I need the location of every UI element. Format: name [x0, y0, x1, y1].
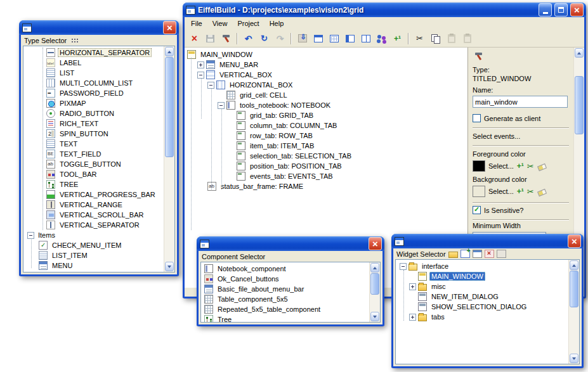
new-folder-icon[interactable] — [448, 252, 458, 258]
scroll-down-button[interactable] — [570, 354, 578, 363]
is-sensitive-checkbox[interactable] — [473, 206, 481, 214]
tree-item-grid-tab[interactable]: grid_tab: GRID_TAB — [185, 110, 467, 120]
scrollbar-thumb[interactable] — [570, 271, 578, 307]
menu-view[interactable]: View — [207, 18, 233, 29]
paste-contents-button[interactable] — [460, 32, 474, 46]
name-input[interactable] — [473, 96, 568, 108]
tree-item-tools-notebook[interactable]: tools_notebook: NOTEBOOK — [185, 100, 467, 110]
expander-icon[interactable] — [400, 263, 407, 270]
widget-item-show-selection-dialog[interactable]: SHOW_SELECTION_DIALOG — [396, 302, 568, 312]
titlebar[interactable] — [197, 236, 384, 251]
type-item-text-field[interactable]: TEXT_FIELD — [23, 149, 164, 159]
type-item-pixmap[interactable]: PIXMAP — [23, 98, 164, 108]
menu-help[interactable]: Help — [265, 18, 289, 29]
expander-icon[interactable] — [27, 232, 34, 239]
menu-file[interactable]: File — [186, 18, 207, 29]
foreground-cut-icon[interactable] — [527, 162, 534, 171]
grid-view-button[interactable] — [327, 32, 341, 46]
component-scrollbar[interactable] — [369, 262, 380, 322]
column-view-button[interactable] — [343, 32, 357, 46]
tree-item-selection-tab[interactable]: selection_tab: SELECTION_TAB — [185, 151, 467, 161]
background-cut-icon[interactable] — [527, 187, 534, 196]
build-button[interactable] — [219, 32, 233, 46]
type-item-horizontal-separator[interactable]: HORIZONTAL_SEPARATOR — [23, 48, 164, 58]
type-item-password-field[interactable]: PASSWORD_FIELD — [23, 88, 164, 98]
type-item-radio-button[interactable]: RADIO_BUTTON — [23, 108, 164, 119]
widget-item-main-window[interactable]: MAIN_WINDOW — [396, 271, 568, 281]
undo-button[interactable] — [241, 32, 256, 46]
tree-item-menu-bar[interactable]: MENU_BAR — [185, 60, 467, 70]
component-item-ok-cancel[interactable]: Ok_Cancel_buttons — [201, 274, 369, 284]
redo-button[interactable] — [257, 32, 271, 46]
type-item-list[interactable]: LIST — [23, 68, 164, 78]
type-scrollbar[interactable] — [164, 46, 174, 272]
expander-icon[interactable] — [197, 72, 204, 79]
titlebar[interactable] — [391, 234, 584, 248]
add-button[interactable] — [390, 32, 405, 46]
maximize-button[interactable] — [554, 3, 568, 16]
tree-item-main-window[interactable]: MAIN_WINDOW — [185, 49, 467, 60]
minimize-button[interactable] — [539, 3, 552, 16]
type-item-check-menu-item[interactable]: CHECK_MENU_ITEM — [23, 240, 164, 250]
scrollbar-track[interactable] — [370, 273, 379, 311]
expander-icon[interactable] — [197, 61, 204, 68]
type-item-label[interactable]: LABEL — [23, 58, 164, 68]
scroll-up-button[interactable] — [165, 47, 174, 56]
tree-item-column-tab[interactable]: column_tab: COLUMN_TAB — [185, 120, 467, 131]
foreground-add-icon[interactable] — [517, 162, 524, 170]
scrollbar-thumb[interactable] — [575, 76, 584, 134]
scrollbar-thumb[interactable] — [165, 57, 174, 157]
type-item-spin-button[interactable]: SPIN_BUTTON — [23, 129, 164, 139]
background-select-button[interactable]: Select... — [488, 188, 514, 195]
generate-as-client-checkbox[interactable] — [473, 114, 481, 122]
expander-icon[interactable] — [409, 283, 416, 290]
expander-icon[interactable] — [207, 82, 214, 89]
widget-item-misc[interactable]: misc — [396, 281, 568, 292]
delete-icon[interactable] — [485, 250, 494, 258]
scrollbar-thumb[interactable] — [370, 273, 379, 295]
scroll-up-button[interactable] — [370, 263, 379, 273]
background-swatch[interactable] — [473, 186, 485, 197]
type-item-toggle-button[interactable]: TOGGLE_BUTTON — [23, 159, 164, 169]
component-item-notebook[interactable]: Notebook_component — [201, 264, 369, 274]
menu-project[interactable]: Project — [232, 18, 264, 29]
type-item-vertical-range[interactable]: VERTICAL_RANGE — [23, 200, 164, 210]
widget-item-tabs[interactable]: tabs — [396, 312, 568, 322]
type-item-list-item[interactable]: LIST_ITEM — [23, 250, 164, 260]
type-item-vertical-progress-bar[interactable]: VERTICAL_PROGRESS_BAR — [23, 189, 164, 200]
scroll-up-button[interactable] — [570, 260, 578, 270]
component-item-tree[interactable]: Tree — [201, 314, 369, 322]
component-item-menu-bar[interactable]: Basic_file_about_menu_bar — [201, 284, 369, 294]
type-item-menu[interactable]: MENU — [23, 260, 164, 271]
close-button[interactable] — [570, 3, 584, 16]
titlebar[interactable] — [19, 20, 179, 35]
paste-button[interactable] — [444, 32, 459, 46]
type-item-text[interactable]: TEXT — [23, 139, 164, 149]
widget-item-interface[interactable]: interface — [396, 261, 568, 271]
type-item-vertical-separator[interactable]: VERTICAL_SEPARATOR — [23, 220, 164, 230]
tree-item-horizontal-box[interactable]: HORIZONTAL_BOX — [185, 80, 467, 90]
expander-icon[interactable] — [218, 102, 225, 109]
foreground-select-button[interactable]: Select... — [488, 162, 514, 170]
tree-item-vertical-box[interactable]: VERTICAL_BOX — [185, 70, 467, 80]
drag-handle-icon[interactable] — [71, 38, 79, 43]
scroll-down-button[interactable] — [370, 312, 379, 321]
select-events-button[interactable]: Select events... — [473, 132, 520, 140]
foreground-erase-icon[interactable] — [537, 162, 546, 170]
delete-button[interactable] — [187, 32, 202, 46]
tree-item-row-tab[interactable]: row_tab: ROW_TAB — [185, 131, 467, 141]
foreground-swatch[interactable] — [473, 160, 485, 172]
type-group-items[interactable]: Items — [23, 230, 164, 240]
close-button[interactable] — [163, 21, 176, 34]
copy-icon[interactable] — [497, 250, 506, 258]
scrollbar-track[interactable] — [165, 57, 174, 261]
scroll-up-button[interactable] — [575, 48, 584, 58]
component-item-repeated-table[interactable]: Repeated_5x5_table_component — [201, 304, 369, 314]
tree-item-events-tab[interactable]: events_tab: EVENTS_TAB — [185, 171, 467, 181]
tree-item-position-tab[interactable]: position_tab: POSITION_TAB — [185, 161, 467, 171]
close-button[interactable] — [369, 237, 382, 250]
expander-icon[interactable] — [409, 314, 416, 321]
background-erase-icon[interactable] — [537, 188, 546, 196]
type-item-tool-bar[interactable]: TOOL_BAR — [23, 169, 164, 179]
scroll-down-button[interactable] — [165, 262, 174, 271]
